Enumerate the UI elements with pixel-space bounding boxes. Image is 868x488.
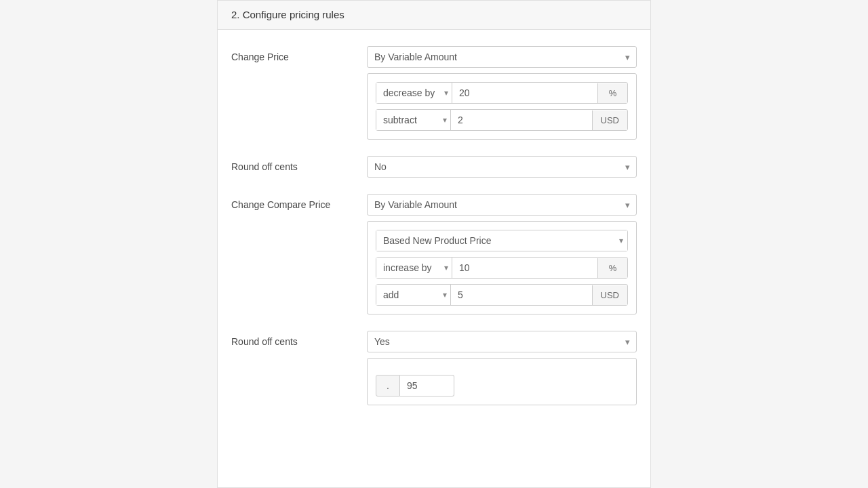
- increase-value-input[interactable]: [452, 258, 597, 278]
- change-compare-price-row: Change Compare Price By Variable Amount …: [231, 194, 637, 314]
- change-compare-price-controls: By Variable Amount By Fixed Amount Based…: [367, 194, 637, 314]
- change-price-sub-box: decrease by increase by % subtract: [367, 73, 637, 140]
- round-off-cents-2-label: Round off cents: [231, 331, 367, 347]
- based-group: Based New Product Price Based Original P…: [376, 230, 628, 251]
- dot-value-input[interactable]: [400, 375, 454, 396]
- change-price-type-select[interactable]: By Variable Amount By Fixed Amount: [367, 46, 637, 68]
- round-off-cents-1-label: Round off cents: [231, 156, 367, 172]
- round-off-cents-2-wrapper[interactable]: Yes No: [367, 331, 637, 352]
- add-select-wrapper[interactable]: add subtract: [376, 285, 451, 305]
- add-select[interactable]: add subtract: [376, 285, 451, 305]
- dot-value-sub-box: .: [367, 358, 637, 405]
- based-select-wrapper[interactable]: Based New Product Price Based Original P…: [376, 230, 627, 251]
- add-suffix: USD: [592, 285, 627, 305]
- change-price-controls: By Variable Amount By Fixed Amount decre…: [367, 46, 637, 140]
- round-off-cents-1-row: Round off cents No Yes: [231, 156, 637, 178]
- round-off-cents-2-select[interactable]: Yes No: [367, 331, 637, 352]
- round-off-cents-2-row: Round off cents Yes No .: [231, 331, 637, 405]
- increase-select[interactable]: increase by decrease by: [376, 258, 452, 278]
- section-header: 2. Configure pricing rules: [218, 1, 650, 30]
- subtract-select[interactable]: subtract add: [376, 110, 451, 130]
- dot-separator: .: [376, 375, 400, 396]
- decrease-group: decrease by increase by %: [376, 82, 628, 104]
- change-price-type-wrapper[interactable]: By Variable Amount By Fixed Amount: [367, 46, 637, 68]
- change-compare-price-sub-box: Based New Product Price Based Original P…: [367, 221, 637, 314]
- add-value-input[interactable]: [451, 285, 592, 305]
- add-group: add subtract USD: [376, 284, 628, 306]
- increase-group: increase by decrease by %: [376, 257, 628, 279]
- round-off-cents-1-select[interactable]: No Yes: [367, 156, 637, 178]
- subtract-suffix: USD: [592, 110, 627, 130]
- dot-group: .: [376, 375, 628, 396]
- increase-select-wrapper[interactable]: increase by decrease by: [376, 258, 452, 278]
- increase-suffix: %: [597, 258, 627, 278]
- change-price-label: Change Price: [231, 46, 367, 62]
- decrease-select[interactable]: decrease by increase by: [376, 83, 452, 103]
- round-off-cents-2-controls: Yes No .: [367, 331, 637, 405]
- round-off-cents-1-wrapper[interactable]: No Yes: [367, 156, 637, 178]
- decrease-suffix: %: [597, 83, 627, 103]
- subtract-value-input[interactable]: [451, 110, 592, 130]
- change-compare-price-label: Change Compare Price: [231, 194, 367, 210]
- change-compare-price-type-wrapper[interactable]: By Variable Amount By Fixed Amount: [367, 194, 637, 216]
- subtract-group: subtract add USD: [376, 109, 628, 131]
- decrease-value-input[interactable]: [452, 83, 597, 103]
- section-title: 2. Configure pricing rules: [231, 9, 344, 20]
- change-price-row: Change Price By Variable Amount By Fixed…: [231, 46, 637, 140]
- decrease-select-wrapper[interactable]: decrease by increase by: [376, 83, 452, 103]
- change-compare-price-type-select[interactable]: By Variable Amount By Fixed Amount: [367, 194, 637, 216]
- subtract-select-wrapper[interactable]: subtract add: [376, 110, 451, 130]
- based-select[interactable]: Based New Product Price Based Original P…: [376, 230, 627, 251]
- round-off-cents-1-controls: No Yes: [367, 156, 637, 178]
